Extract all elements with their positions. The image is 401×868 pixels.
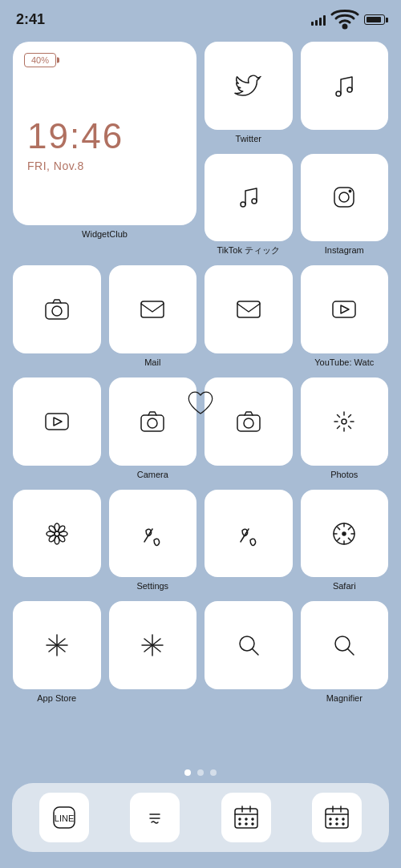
widget-date: FRI, Nov.8	[27, 159, 84, 172]
dock-calendar-1[interactable]	[204, 793, 289, 842]
dot-2	[197, 769, 204, 776]
widget-club[interactable]: 40% 19:46 FRI, Nov.8 WidgetClub	[13, 42, 196, 256]
appstore-label: App Store	[37, 693, 76, 704]
svg-point-67	[239, 823, 241, 825]
svg-point-7	[350, 191, 351, 192]
svg-point-23	[57, 524, 66, 533]
instagram-app[interactable]: Instagram	[301, 154, 389, 256]
youtube-app[interactable]: YouTube: Watc	[301, 265, 389, 368]
dock-line[interactable]: LINE	[22, 793, 107, 842]
svg-point-66	[252, 818, 253, 820]
svg-line-36	[338, 527, 340, 529]
camera-icon-2	[109, 377, 197, 466]
widget-label: WidgetClub	[82, 229, 128, 240]
instagram-icon	[301, 154, 389, 242]
dock-calendar-2[interactable]	[295, 793, 380, 842]
camera-app-2[interactable]: Camera	[109, 377, 197, 480]
svg-rect-10	[141, 301, 164, 317]
photos-app[interactable]: Photos	[301, 377, 389, 480]
svg-point-0	[343, 25, 346, 28]
svg-line-39	[338, 538, 340, 540]
svg-text:LINE: LINE	[55, 813, 74, 823]
mail-app-2[interactable]	[205, 265, 293, 368]
svg-rect-8	[46, 303, 68, 319]
music-list-icon	[130, 793, 180, 842]
magnifier-label: Magnifier	[326, 693, 363, 704]
magnifier-app[interactable]: Magnifier	[301, 601, 389, 704]
play-app[interactable]	[13, 377, 101, 480]
camera-app-3[interactable]	[205, 377, 293, 480]
mail-label: Mail	[144, 357, 160, 368]
svg-point-64	[239, 818, 241, 820]
settings-app[interactable]: Settings	[109, 490, 197, 592]
safari-app[interactable]: Safari	[301, 490, 389, 592]
music-icon	[301, 42, 389, 130]
dock-music[interactable]	[113, 793, 198, 842]
svg-point-76	[342, 818, 344, 820]
tiktok-label: TikTok ティック	[217, 245, 280, 256]
svg-line-38	[349, 527, 351, 529]
dot-3	[210, 769, 217, 776]
camera-2-label: Camera	[137, 470, 168, 480]
svg-point-75	[336, 818, 338, 820]
widget-battery: 40%	[24, 53, 56, 67]
flower-app[interactable]	[13, 490, 101, 592]
svg-line-51	[348, 649, 354, 656]
search-app[interactable]	[205, 601, 293, 704]
battery-icon	[364, 14, 385, 25]
svg-rect-11	[237, 301, 260, 317]
svg-point-69	[252, 823, 253, 825]
mail-icon	[109, 265, 197, 353]
play-icon	[13, 377, 101, 466]
calendar-2-icon	[312, 793, 362, 842]
svg-rect-14	[46, 414, 68, 430]
svg-point-68	[245, 823, 247, 825]
music-app[interactable]	[301, 42, 389, 144]
appstore-app[interactable]: App Store	[13, 601, 101, 704]
svg-point-27	[47, 534, 56, 543]
safari-icon	[301, 490, 389, 578]
appstore-icon-2	[109, 601, 197, 689]
magnifier-icon	[301, 601, 389, 689]
svg-rect-18	[237, 415, 260, 431]
wrench-app[interactable]	[205, 490, 293, 592]
svg-point-65	[245, 818, 247, 820]
signal-icon	[311, 14, 326, 26]
status-time: 2:41	[16, 11, 45, 28]
youtube-icon	[301, 265, 389, 353]
status-icons	[311, 4, 385, 35]
settings-label: Settings	[136, 581, 168, 591]
camera-icon-1	[13, 265, 101, 353]
svg-point-9	[52, 306, 62, 316]
tiktok-icon	[205, 154, 293, 242]
svg-rect-16	[141, 415, 164, 431]
svg-point-25	[57, 534, 66, 543]
wrench-icon	[205, 490, 293, 578]
svg-point-77	[330, 823, 331, 825]
widget-time: 19:46	[27, 117, 124, 155]
page-dots	[184, 769, 217, 776]
svg-point-1	[336, 91, 341, 96]
twitter-icon	[205, 42, 293, 130]
svg-line-37	[349, 538, 351, 540]
twitter-label: Twitter	[236, 134, 261, 144]
svg-point-29	[47, 524, 56, 533]
status-bar: 2:41	[0, 0, 401, 35]
camera-icon-3	[205, 377, 293, 466]
svg-point-19	[244, 418, 253, 428]
svg-point-2	[347, 87, 352, 92]
dock: LINE	[12, 783, 389, 852]
appstore-app-2[interactable]	[109, 601, 197, 704]
svg-point-74	[330, 818, 331, 820]
svg-rect-12	[333, 301, 355, 317]
search-icon	[205, 601, 293, 689]
tiktok-app[interactable]: TikTok ティック	[205, 154, 293, 256]
flower-icon	[13, 490, 101, 578]
svg-point-31	[342, 532, 346, 535]
mail-app[interactable]: Mail	[109, 265, 197, 368]
twitter-app[interactable]: Twitter	[205, 42, 293, 144]
line-icon: LINE	[39, 793, 89, 842]
youtube-label: YouTube: Watc	[314, 357, 374, 368]
svg-line-49	[252, 649, 258, 656]
camera-app-1[interactable]	[13, 265, 101, 368]
